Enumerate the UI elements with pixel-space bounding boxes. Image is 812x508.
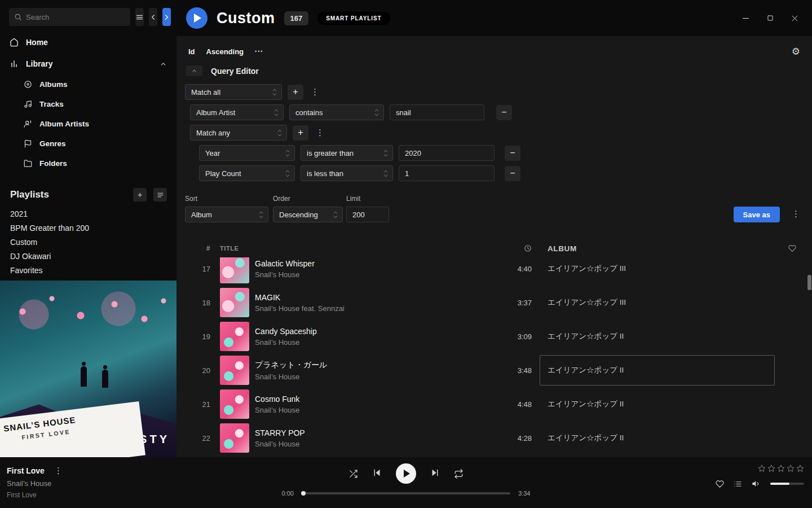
field-select[interactable]: Year [199,145,295,161]
track-album: エイリアン☆ポップ II [540,433,779,443]
search-input[interactable] [26,13,125,21]
operator-select[interactable]: contains [289,104,384,120]
save-as-button[interactable]: Save as [734,207,780,222]
column-header-number[interactable]: # [185,244,217,252]
star-3[interactable] [777,465,785,472]
select-arrows-icon [383,148,389,158]
operator-select[interactable]: is less than [301,165,393,181]
order-select[interactable]: Descending [273,207,343,222]
play-button[interactable] [396,463,416,484]
select-arrows-icon [285,169,290,178]
field-select[interactable]: Play Count [199,165,295,181]
search-box[interactable] [9,8,130,26]
query-menu-button[interactable]: ⋮ [790,209,802,219]
playlists-header: Playlists + [0,173,176,207]
sidebar-item-home[interactable]: Home [0,32,176,53]
star-1[interactable] [758,465,766,472]
track-title: プラネット・ガール [255,360,327,370]
menu-button[interactable] [135,8,144,26]
rule-group-menu-button[interactable]: ⋮ [309,87,321,97]
nav-back-button[interactable] [149,8,157,26]
track-duration: 3:37 [486,299,540,307]
artwork-figures [81,366,87,387]
sort-select[interactable]: Album [185,207,268,222]
column-header-title[interactable]: TITLE [217,245,486,252]
track-menu-button[interactable]: ⋮ [52,466,64,476]
progress-bar[interactable] [302,492,510,494]
rule-value-input[interactable] [399,145,495,161]
next-button[interactable] [430,468,440,480]
mute-button[interactable] [752,479,761,488]
sort-field-label[interactable]: Id [188,47,195,56]
sidebar-item-tracks[interactable]: Tracks [0,94,176,114]
shuffle-button[interactable] [348,469,358,479]
sidebar-item-album-artists[interactable]: Album Artists [0,114,176,134]
remove-rule-button[interactable]: − [496,105,512,120]
more-options-button[interactable]: ••• [255,49,263,54]
add-group-rule-button[interactable]: + [293,125,308,141]
query-editor-collapse-button[interactable] [186,65,202,76]
match-select[interactable]: Match all [185,84,282,100]
star-5[interactable] [796,465,804,472]
next-icon [430,468,440,478]
maximize-button[interactable] [766,14,774,23]
table-row[interactable]: 17 Galactic Whisper Snail’s House 4:40 エ… [176,257,812,286]
table-row[interactable]: 20 プラネット・ガール Snail’s House 3:48 エイリアン☆ポッ… [176,353,812,387]
table-row[interactable]: 21 Cosmo Funk Snail’s House 4:48 エイリアン☆ポ… [176,387,812,421]
limit-input[interactable] [346,207,389,222]
rule-value-input[interactable] [399,165,495,181]
play-playlist-button[interactable] [186,7,208,29]
sort-section: Sort Album Order Descending Limit Save a… [176,186,812,222]
remove-rule-button[interactable]: − [505,146,520,161]
sort-toolbar: Id Ascending ••• ⚙ [176,36,812,58]
progress-thumb[interactable] [301,491,306,496]
add-playlist-button[interactable]: + [133,188,147,202]
playlist-item-favorites[interactable]: Favorites [0,264,176,278]
favorite-button[interactable] [716,480,724,488]
sidebar-item-folders[interactable]: Folders [0,154,176,173]
sidebar-item-albums[interactable]: Albums [0,75,176,94]
queue-button[interactable] [734,480,742,488]
playlist-item-dj-okawari[interactable]: DJ Okawari [0,249,176,264]
column-header-album[interactable]: ALBUM [540,244,779,253]
operator-select[interactable]: is greater than [301,145,393,161]
star-4[interactable] [787,465,795,472]
table-row[interactable]: 18 MAGIK Snail’s House feat. Sennzai 3:3… [176,286,812,319]
star-2[interactable] [767,465,775,472]
play-icon [194,14,201,23]
column-header-duration[interactable] [486,244,540,252]
table-row[interactable]: 22 STARRY POP Snail’s House 4:28 エイリアン☆ポ… [176,421,812,455]
group-menu-button[interactable]: ⋮ [314,128,326,138]
playlist-list-button[interactable] [153,188,167,202]
column-header-favorite[interactable] [779,244,805,252]
track-number: 18 [185,299,217,307]
nav-forward-button[interactable] [162,8,171,26]
collapse-library-button[interactable] [160,60,167,68]
previous-button[interactable] [372,468,382,480]
music-note-icon [24,100,32,108]
sidebar-item-library[interactable]: Library [0,53,176,75]
sort-direction-label[interactable]: Ascending [206,47,244,56]
add-rule-button[interactable]: + [288,85,303,100]
close-button[interactable] [791,14,799,23]
sidebar-item-genres[interactable]: Genres [0,134,176,154]
select-arrows-icon [273,108,279,117]
minimize-button[interactable] [742,14,750,23]
track-album-focused-cell[interactable]: エイリアン☆ポップ II [540,355,775,386]
search-icon [14,13,22,21]
now-playing-album-art: TASTY SNAIL’S HOUSE FIRST LOVE [0,281,176,457]
scrollbar-thumb[interactable] [807,275,811,290]
volume-slider[interactable] [770,483,804,485]
settings-button[interactable]: ⚙ [792,47,800,56]
table-header: # TITLE ALBUM [176,239,812,257]
playlist-item-2021[interactable]: 2021 [0,207,176,221]
playlist-item-bpm[interactable]: BPM Greater than 200 [0,221,176,235]
group-match-select[interactable]: Match any [190,125,287,141]
table-row[interactable]: 19 Candy Spaceship Snail’s House 3:09 エイ… [176,319,812,353]
rule-value-input[interactable] [390,104,484,120]
repeat-button[interactable] [454,469,464,479]
total-time: 3:34 [518,490,535,497]
remove-rule-button[interactable]: − [505,166,520,181]
field-select[interactable]: Album Artist [190,104,284,120]
playlist-item-custom[interactable]: Custom [0,235,176,249]
